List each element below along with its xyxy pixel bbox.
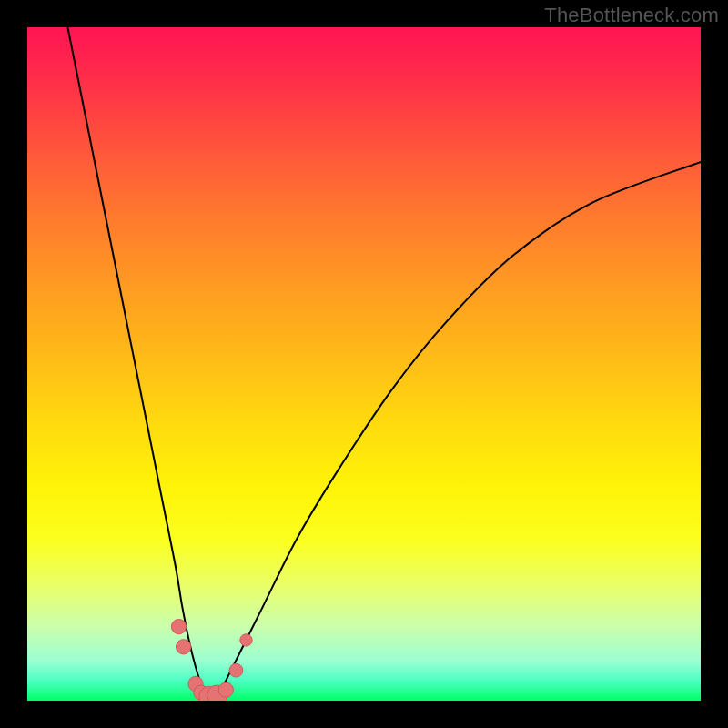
chart-svg: [27, 27, 701, 701]
chart-container: TheBottleneck.com: [0, 0, 728, 728]
bottleneck-curve: [67, 27, 701, 699]
watermark-text: TheBottleneck.com: [544, 4, 719, 27]
plot-area: [27, 27, 701, 701]
data-point: [177, 640, 191, 654]
data-point: [229, 663, 243, 677]
data-point: [240, 634, 252, 646]
data-point: [171, 619, 186, 633]
data-point: [218, 682, 233, 697]
data-points: [171, 619, 252, 701]
